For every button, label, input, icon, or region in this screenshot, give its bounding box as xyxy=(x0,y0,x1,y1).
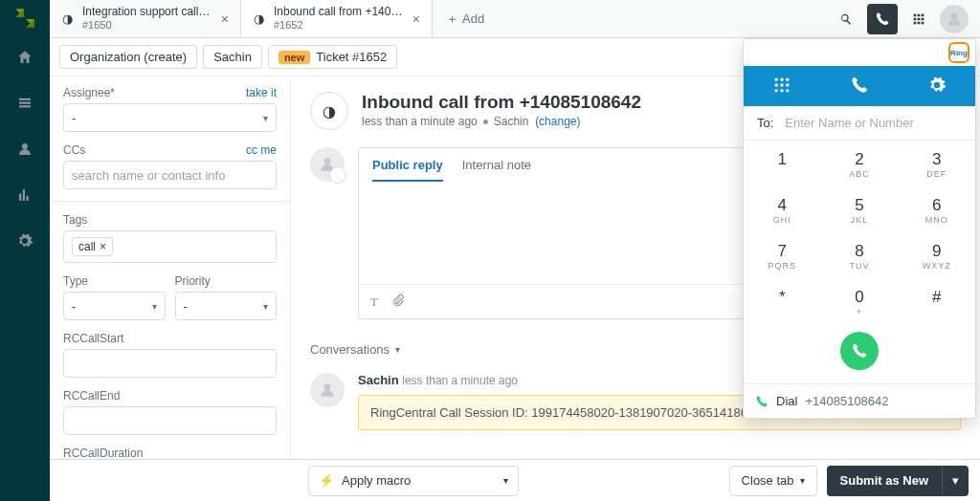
ticket-pill[interactable]: newTicket #1652 xyxy=(268,45,397,69)
tab-internal-note[interactable]: Internal note xyxy=(462,158,531,182)
svg-point-8 xyxy=(786,89,789,92)
submit-menu-button[interactable]: ▾ xyxy=(942,466,969,496)
rccallend-label: RCCallEnd xyxy=(63,389,120,403)
svg-point-2 xyxy=(786,77,789,80)
apply-macro-select[interactable]: ⚡ Apply macro ▾ xyxy=(308,466,519,496)
svg-point-0 xyxy=(775,77,778,80)
tab-public-reply[interactable]: Public reply xyxy=(372,158,443,182)
dialer-suggestion[interactable]: Dial +14085108642 xyxy=(744,383,975,418)
tab-subtitle: #1650 xyxy=(82,19,212,32)
ringcentral-badge: Ring xyxy=(948,42,969,63)
user-avatar[interactable] xyxy=(940,5,969,33)
add-tab-button[interactable]: ＋Add xyxy=(433,0,498,37)
conversations-dropdown[interactable]: Conversations ▾ xyxy=(310,342,400,357)
ticket-tab-1650[interactable]: ◑ Integration support call fro... #1650 … xyxy=(50,0,241,37)
dialer-panel: Ring To: 12ABC3DEF4GHI5JKL6MNO7PQRS8TUV9… xyxy=(743,38,976,419)
chevron-down-icon: ▾ xyxy=(263,113,268,123)
author-avatar xyxy=(310,373,345,407)
dialer-keypad: 12ABC3DEF4GHI5JKL6MNO7PQRS8TUV9WXYZ*0+# xyxy=(744,141,975,324)
svg-point-5 xyxy=(786,83,789,86)
ticket-footer: ⚡ Apply macro ▾ Close tab▾ Submit as New… xyxy=(50,459,980,501)
chevron-down-icon: ▾ xyxy=(800,475,805,486)
tab-bar: ◑ Integration support call fro... #1650 … xyxy=(50,0,980,38)
tags-label: Tags xyxy=(63,213,87,227)
dialer-to-input[interactable] xyxy=(785,116,962,130)
tags-field[interactable]: call× xyxy=(63,230,277,263)
rccallend-input[interactable] xyxy=(63,406,277,435)
keypad-key-0[interactable]: 0+ xyxy=(821,278,899,324)
svg-point-6 xyxy=(775,89,778,92)
ticket-icon: ◑ xyxy=(59,11,75,27)
ccs-label: CCs xyxy=(63,143,85,157)
keypad-icon[interactable] xyxy=(772,76,791,98)
tab-title: Integration support call fro... xyxy=(82,6,212,19)
chevron-down-icon: ▾ xyxy=(395,344,400,355)
keypad-key-9[interactable]: 9WXYZ xyxy=(898,232,975,278)
take-it-link[interactable]: take it xyxy=(246,86,277,99)
ticket-icon: ◑ xyxy=(251,11,266,27)
keypad-key-7[interactable]: 7PQRS xyxy=(744,232,821,278)
ticket-tab-1652[interactable]: ◑ Inbound call from +1408... #1652 × xyxy=(241,0,433,37)
app-logo xyxy=(12,6,37,31)
reporting-icon[interactable] xyxy=(0,176,50,214)
nav-rail xyxy=(0,0,50,501)
views-icon[interactable] xyxy=(0,84,50,122)
tab-subtitle: #1652 xyxy=(274,19,403,32)
keypad-key-5[interactable]: 5JKL xyxy=(821,186,899,232)
settings-icon[interactable] xyxy=(927,76,947,98)
assignee-select[interactable]: -▾ xyxy=(63,103,277,132)
keypad-key-#[interactable]: # xyxy=(898,278,975,324)
customers-icon[interactable] xyxy=(0,130,50,168)
priority-select[interactable]: -▾ xyxy=(175,292,278,320)
channel-icon: ◑ xyxy=(310,92,348,130)
lightning-icon: ⚡ xyxy=(319,473,334,488)
close-tab-button[interactable]: Close tab▾ xyxy=(729,466,817,496)
phone-icon[interactable] xyxy=(867,4,898,34)
text-format-icon[interactable]: T xyxy=(370,294,378,310)
priority-label: Priority xyxy=(175,274,211,288)
svg-point-4 xyxy=(781,83,784,86)
apps-icon[interactable] xyxy=(903,4,934,34)
keypad-key-3[interactable]: 3DEF xyxy=(898,141,975,186)
chevron-down-icon: ▾ xyxy=(263,301,268,312)
rccallstart-label: RCCallStart xyxy=(63,332,123,345)
admin-icon[interactable] xyxy=(0,222,50,260)
ticket-properties: Assignee*take it -▾ CCscc me Tags call× xyxy=(50,76,291,501)
close-icon[interactable]: × xyxy=(411,11,422,27)
calls-icon[interactable] xyxy=(850,76,869,98)
svg-point-7 xyxy=(781,89,784,92)
home-icon[interactable] xyxy=(0,38,50,76)
status-badge: new xyxy=(278,51,310,64)
rccallduration-label: RCCallDuration xyxy=(63,447,143,460)
requester-pill[interactable]: Sachin xyxy=(203,45,262,69)
chevron-down-icon: ▾ xyxy=(503,475,508,486)
keypad-key-1[interactable]: 1 xyxy=(744,141,821,186)
cc-me-link[interactable]: cc me xyxy=(246,143,277,157)
type-label: Type xyxy=(63,274,88,288)
chevron-down-icon: ▾ xyxy=(152,301,157,312)
remove-tag-icon[interactable]: × xyxy=(100,240,106,253)
change-requester-link[interactable]: (change) xyxy=(535,115,580,128)
ticket-title: Inbound call from +14085108642 xyxy=(362,92,641,113)
call-button[interactable] xyxy=(840,332,879,370)
tag-chip[interactable]: call× xyxy=(72,237,113,256)
rccallstart-input[interactable] xyxy=(63,349,277,378)
search-icon[interactable] xyxy=(831,4,861,34)
ticket-subtitle: less than a minute agoSachin (change) xyxy=(362,115,641,128)
close-icon[interactable]: × xyxy=(219,11,231,27)
svg-point-1 xyxy=(781,77,784,80)
keypad-key-*[interactable]: * xyxy=(744,278,821,324)
keypad-key-8[interactable]: 8TUV xyxy=(821,232,899,278)
dialer-to-label: To: xyxy=(757,116,773,130)
ccs-input[interactable] xyxy=(63,161,277,189)
org-pill[interactable]: Organization (create) xyxy=(59,45,197,69)
tab-title: Inbound call from +1408... xyxy=(274,6,403,19)
keypad-key-4[interactable]: 4GHI xyxy=(744,186,821,232)
svg-point-3 xyxy=(775,83,778,86)
keypad-key-2[interactable]: 2ABC xyxy=(821,141,899,186)
submit-button[interactable]: Submit as New xyxy=(827,466,942,496)
type-select[interactable]: -▾ xyxy=(63,292,166,320)
keypad-key-6[interactable]: 6MNO xyxy=(898,186,975,232)
agent-avatar xyxy=(310,147,345,182)
attachment-icon[interactable] xyxy=(391,294,405,310)
